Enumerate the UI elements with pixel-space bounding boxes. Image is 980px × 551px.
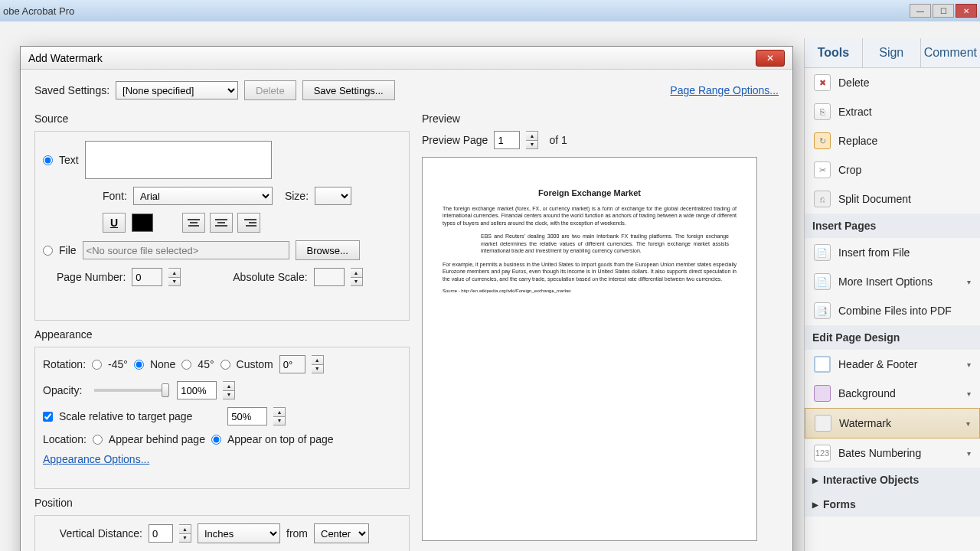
vertical-distance-label: Vertical Distance: — [43, 527, 142, 540]
save-settings-button[interactable]: Save Settings... — [302, 80, 395, 100]
page-number-input[interactable] — [132, 268, 162, 286]
vertical-unit-select[interactable]: Inches — [198, 523, 280, 543]
more-insert-icon: 📄 — [814, 273, 831, 290]
forms-header[interactable]: ▶Forms — [805, 492, 980, 517]
interactive-objects-header[interactable]: ▶Interactive Objects — [805, 468, 980, 492]
background-icon — [814, 385, 831, 402]
slider-thumb[interactable] — [162, 383, 169, 397]
tab-sign[interactable]: Sign — [863, 38, 921, 67]
appearance-options-link[interactable]: Appearance Options... — [43, 453, 149, 465]
rail-split[interactable]: ⎌Split Document — [805, 184, 980, 214]
text-radio-label: Text — [59, 154, 79, 166]
align-center-button[interactable] — [210, 213, 233, 233]
combine-icon: 📑 — [814, 302, 831, 319]
preview-page-spinner[interactable]: ▲▼ — [526, 131, 538, 149]
watermark-text-input[interactable] — [85, 141, 272, 179]
source-text-radio[interactable] — [43, 155, 53, 165]
preview-paragraph: EBS and Reuters' dealing 3000 are two ma… — [450, 233, 729, 254]
dialog-title: Add Watermark — [28, 52, 103, 64]
color-swatch[interactable] — [132, 214, 153, 232]
close-button[interactable]: ✕ — [956, 4, 977, 18]
titlebar: obe Acrobat Pro — ☐ ✕ — [0, 0, 980, 21]
minimize-button[interactable]: — — [910, 4, 931, 18]
align-left-button[interactable] — [182, 213, 205, 233]
preview-source: Source - http://en.wikipedia.org/wiki/Fo… — [443, 289, 570, 293]
size-label: Size: — [285, 190, 309, 202]
rail-delete[interactable]: ✖Delete — [805, 68, 980, 97]
maximize-button[interactable]: ☐ — [933, 4, 954, 18]
vertical-distance-input[interactable] — [149, 524, 173, 543]
edit-page-design-header: Edit Page Design — [805, 325, 980, 350]
size-select[interactable] — [315, 187, 351, 205]
insert-file-icon: 📄 — [814, 244, 831, 261]
rotation-neg45-radio[interactable] — [92, 360, 102, 370]
preview-page-view: Foreign Exchange Market The foreign exch… — [422, 157, 757, 541]
source-file-radio[interactable] — [43, 246, 53, 256]
rail-bates[interactable]: 123Bates Numbering▾ — [805, 439, 980, 468]
scale-relative-checkbox[interactable] — [43, 412, 53, 422]
underline-button[interactable]: U — [103, 213, 126, 233]
rail-combine-pdf[interactable]: 📑Combine Files into PDF — [805, 296, 980, 325]
chevron-down-icon: ▾ — [966, 419, 970, 428]
scale-spinner[interactable]: ▲▼ — [273, 407, 286, 425]
opacity-spinner[interactable]: ▲▼ — [223, 381, 235, 399]
location-top-radio[interactable] — [211, 435, 221, 445]
split-icon: ⎌ — [814, 191, 831, 207]
absolute-scale-spinner[interactable]: ▲▼ — [351, 268, 363, 286]
chevron-down-icon: ▾ — [967, 449, 971, 458]
delete-icon: ✖ — [814, 74, 831, 91]
rail-more-insert[interactable]: 📄More Insert Options▾ — [805, 267, 980, 296]
font-label: Font: — [103, 190, 127, 202]
dialog-titlebar: Add Watermark ✕ — [21, 47, 792, 70]
opacity-slider[interactable] — [94, 389, 165, 392]
rotation-none-radio[interactable] — [134, 360, 144, 370]
saved-settings-select[interactable]: [None specified] — [116, 81, 238, 99]
rail-insert-from-file[interactable]: 📄Insert from File — [805, 238, 980, 267]
rail-header-footer[interactable]: Header & Footer▾ — [805, 350, 980, 379]
rail-replace[interactable]: ↻Replace — [805, 126, 980, 155]
opacity-label: Opacity: — [43, 384, 82, 396]
file-path-field — [83, 241, 289, 259]
absolute-scale-input[interactable] — [314, 268, 345, 286]
preview-of-label: of 1 — [549, 134, 567, 146]
tab-comment[interactable]: Comment — [921, 38, 980, 67]
location-behind-radio[interactable] — [93, 435, 103, 445]
app-title: obe Acrobat Pro — [3, 5, 74, 17]
scale-input[interactable] — [227, 407, 267, 425]
rotation-label: Rotation: — [43, 358, 86, 370]
rail-watermark[interactable]: Watermark▾ — [805, 408, 980, 439]
right-rail: Tools Sign Comment ✖Delete ⎘Extract ↻Rep… — [804, 38, 980, 551]
preview-paragraph: The foreign exchange market (forex, FX, … — [443, 205, 737, 227]
vdist-spinner[interactable]: ▲▼ — [179, 524, 191, 543]
add-watermark-dialog: Add Watermark ✕ Saved Settings: [None sp… — [20, 46, 793, 551]
preview-page-input[interactable] — [494, 131, 520, 149]
page-range-options-link[interactable]: Page Range Options... — [670, 84, 779, 96]
insert-pages-header: Insert Pages — [805, 214, 980, 238]
position-label: Position — [34, 497, 410, 509]
rotation-spinner[interactable]: ▲▼ — [312, 355, 324, 373]
page-number-spinner[interactable]: ▲▼ — [168, 268, 181, 286]
rail-crop[interactable]: ✂Crop — [805, 155, 980, 184]
tab-tools[interactable]: Tools — [805, 38, 863, 67]
dialog-close-button[interactable]: ✕ — [756, 50, 785, 67]
vertical-from-select[interactable]: Center — [314, 523, 369, 543]
browse-button[interactable]: Browse... — [296, 240, 360, 260]
absolute-scale-label: Absolute Scale: — [233, 271, 307, 283]
preview-label: Preview — [422, 112, 779, 125]
extract-icon: ⎘ — [814, 103, 831, 120]
rotation-custom-radio[interactable] — [220, 360, 230, 370]
delete-button[interactable]: Delete — [244, 80, 296, 100]
source-label: Source — [34, 112, 410, 125]
rotation-custom-input[interactable] — [279, 355, 305, 373]
chevron-down-icon: ▾ — [967, 360, 971, 369]
bates-icon: 123 — [814, 445, 831, 461]
header-footer-icon — [814, 356, 831, 373]
watermark-icon — [815, 415, 831, 432]
font-select[interactable]: Arial — [133, 187, 273, 205]
triangle-right-icon: ▶ — [812, 500, 818, 509]
rail-extract[interactable]: ⎘Extract — [805, 97, 980, 126]
rail-background[interactable]: Background▾ — [805, 379, 980, 408]
opacity-input[interactable] — [177, 381, 217, 399]
rotation-45-radio[interactable] — [181, 360, 191, 370]
align-right-button[interactable] — [237, 213, 260, 233]
